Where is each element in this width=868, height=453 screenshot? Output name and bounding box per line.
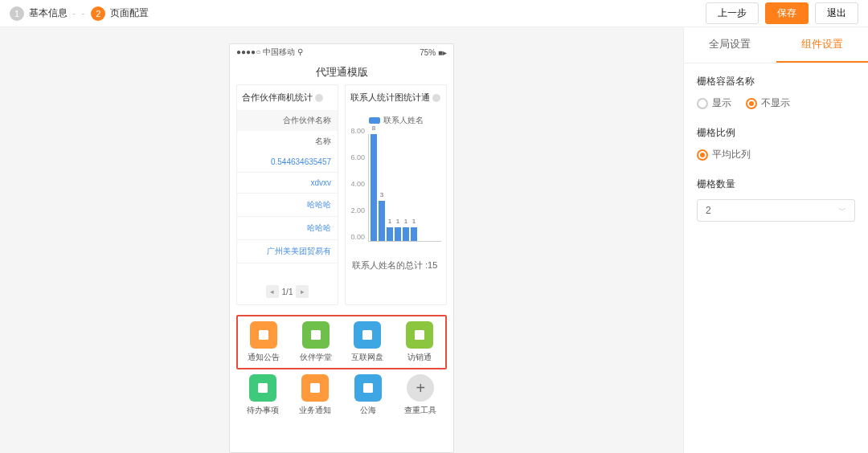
app-icon bbox=[354, 321, 381, 349]
chart-footer: 联系人姓名的总计 :15 bbox=[346, 251, 446, 280]
legend-swatch bbox=[369, 117, 380, 124]
chart-plot: 8.006.004.002.000.00 831111 bbox=[346, 131, 446, 251]
bar: 1 bbox=[395, 227, 401, 241]
field-count: 栅格数量 bbox=[697, 178, 855, 191]
card-row: 合作伙伴商机统计 合作伙伴名称 名称 0.544634635457xdvxv哈哈… bbox=[230, 84, 453, 305]
table-row[interactable]: 哈哈哈 bbox=[237, 194, 338, 217]
app-icon bbox=[250, 321, 277, 349]
radio-avg-label: 平均比列 bbox=[712, 148, 751, 161]
phone-preview: ●●●●○ 中国移动 ⚲ 75% ■▸ 代理通模版 合作伙伴商机统计 合作伙伴名… bbox=[229, 43, 454, 453]
save-button[interactable]: 保存 bbox=[765, 2, 809, 24]
svg-rect-4 bbox=[258, 383, 268, 393]
y-tick: 2.00 bbox=[350, 206, 365, 214]
field-container-name: 栅格容器名称 bbox=[697, 75, 855, 88]
app-item[interactable]: 业务通知 bbox=[291, 374, 339, 416]
gear-icon bbox=[432, 94, 440, 102]
radio-avg[interactable]: 平均比列 bbox=[697, 148, 751, 161]
table-row[interactable]: xdvxv bbox=[237, 173, 338, 194]
radio-group-display: 显示 不显示 bbox=[697, 96, 855, 110]
svg-rect-5 bbox=[310, 383, 320, 393]
app-item[interactable]: +查重工具 bbox=[396, 374, 444, 416]
table-row[interactable]: 哈哈哈 bbox=[237, 217, 338, 240]
app-label: 查重工具 bbox=[404, 405, 436, 416]
tab-global[interactable]: 全局设置 bbox=[684, 27, 776, 63]
prev-button[interactable]: 上一步 bbox=[706, 2, 759, 24]
partner-card-header: 合作伙伴商机统计 bbox=[237, 85, 338, 110]
app-label: 待办事项 bbox=[247, 405, 279, 416]
app-icon bbox=[301, 374, 329, 402]
bars-container: 831111 bbox=[371, 134, 441, 241]
table-header-2: 名称 bbox=[237, 131, 338, 152]
tab-component[interactable]: 组件设置 bbox=[776, 27, 869, 63]
bar: 1 bbox=[403, 227, 409, 241]
app-icon: + bbox=[407, 374, 434, 402]
y-tick: 8.00 bbox=[350, 127, 365, 135]
battery-text: 75% ■▸ bbox=[420, 48, 447, 57]
radio-icon bbox=[746, 98, 757, 109]
pager-next[interactable]: ▸ bbox=[296, 285, 309, 298]
chart-card-title: 联系人统计图统计通 bbox=[350, 92, 430, 104]
step-2-label: 页面配置 bbox=[110, 6, 149, 20]
app-item[interactable]: 伙伴学堂 bbox=[292, 321, 340, 363]
app-label: 业务通知 bbox=[299, 405, 331, 416]
app-label: 访销通 bbox=[407, 352, 432, 363]
app-label: 通知公告 bbox=[248, 352, 280, 363]
settings-panel: 栅格容器名称 显示 不显示 栅格比例 平均比列 栅格数量 bbox=[684, 63, 868, 233]
grid-count-select[interactable]: 2 ﹀ bbox=[697, 199, 855, 222]
bar-label: 1 bbox=[412, 218, 416, 225]
step-1-label: 基本信息 bbox=[29, 6, 68, 20]
bar-label: 1 bbox=[388, 218, 391, 225]
apps-row-selected[interactable]: 通知公告伙伴学堂互联网盘访销通 bbox=[236, 315, 447, 369]
bar-label: 1 bbox=[396, 218, 399, 225]
plot-area: 831111 bbox=[368, 134, 441, 242]
chart-card[interactable]: 联系人统计图统计通 联系人姓名 8.006.004.002.000.00 831… bbox=[345, 84, 447, 305]
app-item[interactable]: 通知公告 bbox=[240, 321, 288, 363]
partner-card-title: 合作伙伴商机统计 bbox=[242, 92, 313, 104]
header-bar: 1 基本信息 - - 2 页面配置 上一步 保存 退出 bbox=[0, 0, 868, 27]
svg-rect-0 bbox=[259, 330, 268, 340]
bar: 3 bbox=[379, 201, 385, 241]
app-icon bbox=[249, 374, 276, 402]
app-item[interactable]: 访销通 bbox=[395, 321, 444, 363]
svg-rect-6 bbox=[363, 383, 373, 393]
bar-label: 1 bbox=[404, 218, 407, 225]
carrier-text: ●●●●○ 中国移动 ⚲ bbox=[236, 47, 303, 58]
app-item[interactable]: 互联网盘 bbox=[343, 321, 391, 363]
app-label: 公海 bbox=[360, 405, 376, 416]
gear-icon bbox=[315, 94, 323, 102]
table-row[interactable]: 广州美美团贸易有 bbox=[237, 240, 338, 263]
table-header-1: 合作伙伴名称 bbox=[237, 110, 338, 131]
exit-button[interactable]: 退出 bbox=[815, 2, 858, 24]
partner-card[interactable]: 合作伙伴商机统计 合作伙伴名称 名称 0.544634635457xdvxv哈哈… bbox=[236, 84, 338, 305]
radio-show[interactable]: 显示 bbox=[697, 96, 731, 110]
app-icon bbox=[302, 321, 330, 349]
chevron-down-icon: ﹀ bbox=[838, 205, 846, 216]
table-row[interactable]: 0.544634635457 bbox=[237, 152, 338, 173]
step-indicator: 1 基本信息 - - 2 页面配置 bbox=[10, 6, 149, 21]
step-1-num: 1 bbox=[10, 6, 24, 21]
sidebar-tabs: 全局设置 组件设置 bbox=[684, 27, 868, 63]
svg-rect-3 bbox=[415, 330, 424, 340]
app-item[interactable]: 公海 bbox=[344, 374, 392, 416]
apps-row[interactable]: 待办事项业务通知公海+查重工具 bbox=[236, 369, 447, 421]
step-2-num: 2 bbox=[91, 6, 105, 21]
app-label: 伙伴学堂 bbox=[300, 352, 332, 363]
phone-title: 代理通模版 bbox=[230, 60, 453, 84]
bar-label: 8 bbox=[372, 124, 375, 132]
app-item[interactable]: 待办事项 bbox=[239, 374, 287, 416]
app-label: 互联网盘 bbox=[351, 352, 383, 363]
table-body: 0.544634635457xdvxv哈哈哈哈哈哈广州美美团贸易有 bbox=[237, 152, 338, 279]
sidebar: 全局设置 组件设置 栅格容器名称 显示 不显示 栅格比例 平均比列 bbox=[683, 27, 868, 453]
svg-rect-1 bbox=[311, 330, 321, 340]
y-tick: 4.00 bbox=[350, 180, 365, 188]
pager-prev[interactable]: ◂ bbox=[266, 285, 279, 298]
apps-section: 通知公告伙伴学堂互联网盘访销通 待办事项业务通知公海+查重工具 bbox=[230, 305, 453, 431]
step-separator: - - bbox=[72, 8, 86, 19]
bar: 8 bbox=[371, 134, 377, 241]
header-buttons: 上一步 保存 退出 bbox=[706, 2, 858, 24]
app-icon bbox=[406, 321, 433, 349]
phone-status-bar: ●●●●○ 中国移动 ⚲ 75% ■▸ bbox=[230, 44, 453, 60]
radio-hide[interactable]: 不显示 bbox=[746, 96, 790, 110]
main-area: ●●●●○ 中国移动 ⚲ 75% ■▸ 代理通模版 合作伙伴商机统计 合作伙伴名… bbox=[0, 27, 868, 453]
y-tick: 6.00 bbox=[350, 153, 365, 161]
